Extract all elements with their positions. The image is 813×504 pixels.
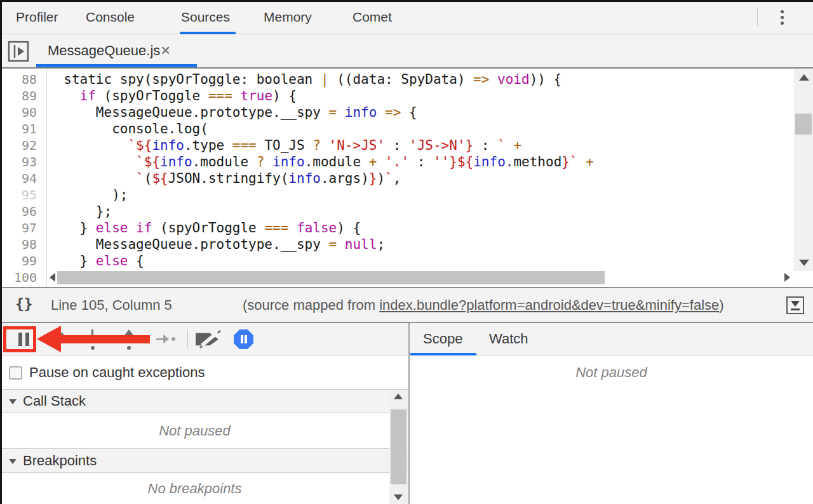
debugger-toolbar: Scope Watch (0, 323, 813, 355)
code-text[interactable]: `${info.type === TO_JS ? 'N->JS' : 'JS->… (43, 137, 521, 154)
source-map-link[interactable]: index.bundle?platform=android&dev=true&m… (379, 297, 719, 313)
code-lines: 88 static spy(spyOrToggle: boolean | ((d… (0, 71, 813, 286)
code-line[interactable]: 91 console.log( (0, 121, 813, 137)
editor-horizontal-scrollbar[interactable] (48, 270, 791, 286)
source-mapped-suffix: ) (719, 297, 723, 313)
line-number[interactable]: 96 (0, 203, 43, 220)
line-number[interactable]: 92 (0, 137, 43, 154)
code-text[interactable]: } else if (spyOrToggle === false) { (43, 220, 361, 236)
source-mapped-prefix: (source mapped from (243, 297, 379, 313)
editor-vertical-scrollbar[interactable] (794, 69, 813, 271)
breakpoints-title: Breakpoints (23, 449, 97, 472)
scroll-left-icon[interactable] (50, 273, 55, 282)
devtools-window: Profiler Console Sources Memory Comet Me… (0, 0, 813, 504)
tab-memory[interactable]: Memory (264, 0, 312, 34)
kebab-menu-icon[interactable] (776, 8, 788, 26)
code-text[interactable]: static spy(spyOrToggle: boolean | ((data… (43, 71, 561, 88)
line-number[interactable]: 94 (0, 170, 43, 187)
devtools-tab-bar: Profiler Console Sources Memory Comet (0, 0, 813, 34)
pretty-print-icon[interactable]: {} (15, 288, 33, 322)
disclosure-triangle-icon (9, 399, 17, 404)
editor-status-bar: {} Line 105, Column 5 (source mapped fro… (0, 287, 813, 323)
scroll-up-icon[interactable] (799, 74, 809, 81)
active-file-underline (36, 64, 197, 67)
source-mapped-note: (source mapped from index.bundle?platfor… (243, 288, 724, 322)
code-line[interactable]: 96 }; (0, 203, 813, 220)
line-number[interactable]: 89 (0, 88, 43, 104)
code-line[interactable]: 90 MessageQueue.prototype.__spy = info =… (0, 104, 813, 121)
tab-scope[interactable]: Scope (423, 323, 462, 355)
code-line[interactable]: 92 `${info.type === TO_JS ? 'N->JS' : 'J… (0, 137, 813, 154)
code-line[interactable]: 99 } else { (0, 253, 813, 269)
pause-on-exceptions-button[interactable] (234, 329, 253, 349)
line-number[interactable]: 97 (0, 220, 43, 236)
sidebar-scroll-thumb[interactable] (391, 409, 406, 484)
tab-profiler[interactable]: Profiler (16, 0, 58, 34)
code-text[interactable]: ); (43, 187, 128, 203)
annotation-red-arrow-shaft (60, 335, 150, 343)
scroll-down-icon[interactable] (394, 494, 403, 500)
gutter-divider (46, 69, 47, 287)
annotation-red-box (3, 326, 36, 352)
line-number[interactable]: 91 (0, 121, 43, 137)
call-stack-header[interactable]: Call Stack (0, 390, 408, 413)
toolbar-divider (187, 329, 188, 348)
code-text[interactable]: `${info.module ? info.module + '.' : ''}… (43, 154, 594, 170)
code-line[interactable]: 94 `(${JSON.stringify(info.args)})`, (0, 170, 813, 187)
code-line[interactable]: 95 ); (0, 187, 813, 203)
disclosure-triangle-icon (9, 459, 17, 464)
toggle-sidebar-icon[interactable] (786, 296, 804, 314)
deactivate-breakpoints-button[interactable] (196, 331, 221, 348)
code-line[interactable]: 88 static spy(spyOrToggle: boolean | ((d… (0, 71, 813, 88)
line-number[interactable]: 99 (0, 253, 43, 269)
call-stack-body: Not paused (0, 414, 389, 449)
sidebar-scrollbar[interactable] (389, 390, 408, 504)
topbar-divider (757, 8, 758, 26)
line-number[interactable]: 90 (0, 104, 43, 121)
tab-watch[interactable]: Watch (489, 323, 528, 355)
code-line[interactable]: 93 `${info.module ? info.module + '.' : … (0, 154, 813, 170)
breakpoints-body: No breakpoints (0, 474, 389, 504)
scope-not-paused: Not paused (410, 364, 813, 381)
code-text[interactable]: }; (43, 203, 112, 220)
line-number[interactable]: 95 (0, 187, 43, 203)
tab-console[interactable]: Console (86, 0, 135, 34)
code-text[interactable]: MessageQueue.prototype.__spy = info => { (43, 104, 417, 121)
show-navigator-icon[interactable] (8, 41, 29, 62)
scope-panel-body: Not paused (410, 355, 813, 504)
code-line[interactable]: 89 if (spyOrToggle === true) { (0, 88, 813, 104)
call-stack-title: Call Stack (23, 390, 86, 413)
pause-on-caught-exceptions-checkbox[interactable] (9, 366, 22, 380)
code-editor[interactable]: 88 static spy(spyOrToggle: boolean | ((d… (0, 69, 813, 287)
code-line[interactable]: 98 MessageQueue.prototype.__spy = null; (0, 236, 813, 253)
code-text[interactable]: console.log( (43, 121, 208, 137)
annotation-red-arrow (37, 326, 61, 352)
line-number[interactable]: 88 (0, 71, 43, 88)
pause-on-caught-exceptions-row: Pause on caught exceptions (0, 355, 408, 390)
step-button[interactable] (156, 331, 173, 352)
scroll-down-icon[interactable] (799, 260, 809, 266)
code-text[interactable]: } else { (43, 253, 144, 269)
cursor-position: Line 105, Column 5 (51, 288, 172, 322)
screenshot-border-left (0, 0, 2, 504)
line-number[interactable]: 93 (0, 154, 43, 170)
tab-sources[interactable]: Sources (181, 0, 230, 34)
scroll-up-icon[interactable] (394, 394, 403, 399)
file-tab-bar: MessageQueue.js × (0, 34, 813, 69)
scroll-right-icon[interactable] (784, 273, 790, 282)
code-line[interactable]: 97 } else if (spyOrToggle === false) { (0, 220, 813, 236)
code-text[interactable]: `(${JSON.stringify(info.args)})`, (43, 170, 401, 187)
tab-comet[interactable]: Comet (353, 0, 392, 34)
close-icon[interactable]: × (161, 34, 170, 67)
horizontal-scroll-thumb[interactable] (57, 271, 605, 284)
vertical-scroll-thumb[interactable] (795, 114, 812, 135)
code-text[interactable]: if (spyOrToggle === true) { (43, 88, 297, 104)
screenshot-border-top (0, 0, 813, 2)
breakpoints-header[interactable]: Breakpoints (0, 449, 408, 473)
line-number[interactable]: 98 (0, 236, 43, 253)
code-text[interactable]: MessageQueue.prototype.__spy = null; (43, 236, 385, 253)
line-number[interactable]: 100 (0, 269, 43, 286)
pause-on-caught-exceptions-label: Pause on caught exceptions (29, 355, 205, 389)
file-tab-label: MessageQueue.js (48, 34, 160, 67)
